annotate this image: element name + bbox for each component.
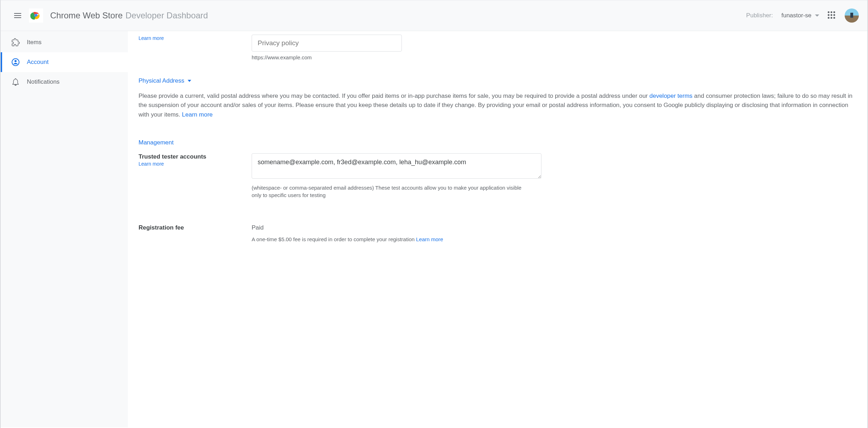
registration-fee-helper: A one-time $5.00 fee is required in orde… (252, 236, 527, 243)
chrome-web-store-logo (29, 8, 43, 23)
sidebar-item-notifications[interactable]: Notifications (1, 72, 128, 92)
title-main: Chrome Web Store (50, 11, 123, 20)
sidebar-item-account[interactable]: Account (1, 52, 128, 72)
privacy-learn-more-link[interactable]: Learn more (139, 35, 252, 41)
privacy-helper-text: https://www.example.com (252, 54, 857, 60)
section-title: Management (139, 139, 174, 146)
svg-point-2 (14, 60, 17, 62)
sidebar-item-label: Items (27, 39, 42, 46)
chevron-down-icon (188, 80, 191, 82)
trusted-testers-input[interactable] (252, 153, 541, 179)
trusted-testers-label: Trusted tester accounts (139, 153, 252, 160)
publisher-dropdown[interactable]: funastor-se (781, 12, 819, 19)
sidebar-item-items[interactable]: Items (1, 32, 128, 52)
account-icon (11, 58, 20, 66)
title-sub: Developer Dashboard (125, 11, 208, 20)
sidebar: Items Account Notifications (1, 31, 128, 427)
bell-icon (11, 78, 20, 86)
chevron-down-icon (815, 14, 819, 17)
sidebar-item-label: Notifications (27, 78, 60, 85)
header: Chrome Web Store Developer Dashboard Pub… (1, 0, 867, 31)
hamburger-icon (14, 13, 21, 18)
avatar[interactable] (845, 8, 859, 23)
publisher-value: funastor-se (781, 12, 811, 19)
registration-learn-more-link[interactable]: Learn more (416, 236, 443, 242)
sidebar-item-label: Account (27, 59, 48, 66)
privacy-policy-input[interactable] (252, 35, 402, 52)
management-header: Management (139, 139, 857, 146)
trusted-testers-helper: (whitespace- or comma-separated email ad… (252, 184, 527, 199)
physical-address-learn-more-link[interactable]: Learn more (182, 111, 213, 118)
trusted-testers-learn-more-link[interactable]: Learn more (139, 161, 252, 167)
physical-address-header[interactable]: Physical Address (139, 77, 857, 84)
registration-fee-status: Paid (252, 224, 857, 231)
publisher-label: Publisher: (746, 12, 773, 19)
section-title: Physical Address (139, 77, 184, 84)
menu-button[interactable] (9, 7, 26, 24)
registration-fee-label: Registration fee (139, 224, 252, 231)
main-content: Learn more https://www.example.com Physi… (128, 31, 867, 427)
page-title: Chrome Web Store Developer Dashboard (50, 11, 208, 20)
developer-terms-link[interactable]: developer terms (649, 93, 692, 99)
extension-icon (11, 38, 20, 47)
physical-address-description: Please provide a current, valid postal a… (139, 91, 857, 119)
google-apps-icon[interactable] (828, 11, 836, 20)
